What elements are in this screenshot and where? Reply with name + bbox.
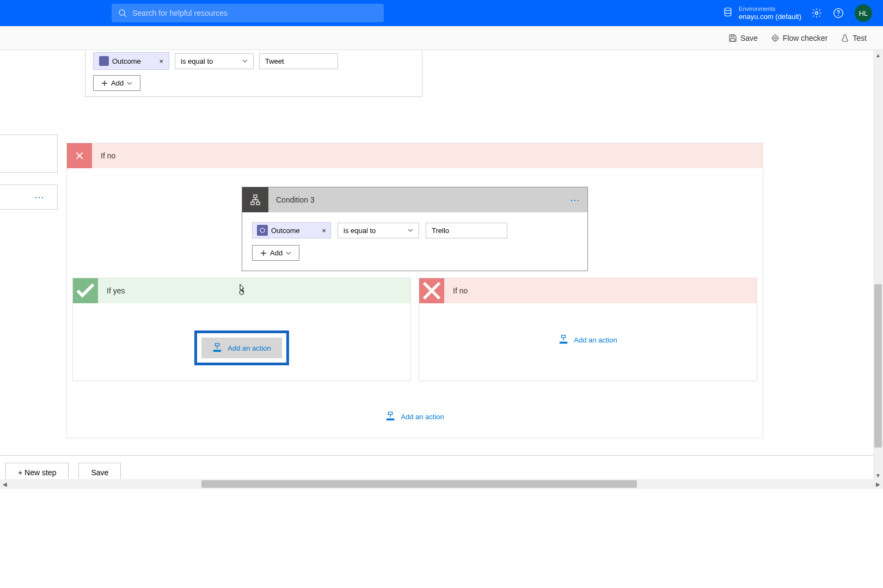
- add-action-icon: [385, 412, 395, 421]
- value-input-partial[interactable]: Tweet: [259, 53, 338, 69]
- scroll-left-arrow[interactable]: ◀: [0, 479, 10, 489]
- add-action-mid[interactable]: Add an action: [377, 407, 453, 426]
- chevron-down-icon: [242, 58, 248, 64]
- environment-icon: [722, 7, 733, 20]
- svg-rect-14: [216, 344, 219, 346]
- environment-label: Environments: [739, 5, 801, 13]
- plus-icon: [101, 80, 108, 87]
- add-label: Add: [111, 79, 124, 87]
- if-yes-title: If yes: [98, 278, 410, 303]
- condition-3-card: Condition 3 ⋯ Outcome × is equal to: [242, 187, 588, 271]
- if-no-branch-title: If no: [444, 278, 757, 303]
- add-action-label: Add an action: [228, 344, 271, 352]
- add-action-highlight: Add an action: [194, 330, 289, 365]
- environment-text: Environments enayu.com (default): [739, 5, 801, 21]
- chevron-down-icon: [286, 250, 291, 256]
- environment-name: enayu.com (default): [739, 13, 801, 21]
- add-action-label: Add an action: [401, 413, 444, 421]
- x-icon: [67, 143, 92, 168]
- condition-3-title: Condition 3: [268, 195, 570, 204]
- flow-checker-label: Flow checker: [783, 34, 827, 42]
- save-label: Save: [740, 34, 758, 42]
- svg-point-8: [772, 35, 778, 41]
- left-partial: ⋯: [0, 134, 58, 210]
- if-no-branch: If no Add an action: [419, 278, 757, 381]
- flow-checker-icon: [771, 34, 780, 42]
- svg-point-3: [815, 12, 818, 15]
- token-remove-icon[interactable]: ×: [159, 57, 163, 65]
- scroll-thumb[interactable]: [874, 284, 882, 448]
- flow-checker-button[interactable]: Flow checker: [771, 34, 827, 42]
- left-partial-card[interactable]: ⋯: [0, 185, 58, 210]
- topbar: Environments enayu.com (default) HL: [0, 0, 883, 26]
- search-box[interactable]: [112, 4, 384, 22]
- add-label: Add: [270, 249, 283, 257]
- add-condition-button[interactable]: Add: [252, 245, 299, 261]
- environment-picker[interactable]: Environments enayu.com (default): [722, 5, 801, 21]
- mid-add-action-row: Add an action: [67, 393, 763, 438]
- left-partial-box: [0, 134, 58, 173]
- svg-rect-11: [251, 202, 254, 205]
- flow-canvas[interactable]: Outcome × is equal to Tweet Add ⋯ If no: [0, 50, 882, 588]
- if-no-branch-header[interactable]: If no: [419, 278, 757, 303]
- svg-point-5: [838, 15, 839, 16]
- add-action-label: Add an action: [574, 336, 617, 344]
- if-yes-header[interactable]: If yes: [73, 278, 410, 303]
- scroll-thumb-h[interactable]: [201, 480, 637, 488]
- operator-label: is equal to: [181, 57, 213, 65]
- condition-partial-card: Outcome × is equal to Tweet Add: [85, 50, 422, 97]
- operator-select[interactable]: is equal to: [338, 223, 419, 238]
- scroll-right-arrow[interactable]: ▶: [873, 479, 883, 489]
- test-label: Test: [853, 34, 867, 42]
- if-no-container: If no Condition 3 ⋯ Outcome × is equal t: [66, 143, 763, 438]
- condition-3-branches: If yes Add an action If no: [67, 271, 763, 393]
- svg-point-2: [725, 8, 731, 11]
- svg-line-1: [124, 15, 126, 17]
- operator-label: is equal to: [344, 226, 376, 235]
- canvas-outer: Outcome × is equal to Tweet Add ⋯ If no: [0, 50, 883, 588]
- search-input[interactable]: [132, 9, 377, 17]
- check-icon: [73, 278, 98, 303]
- chevron-down-icon: [408, 228, 413, 233]
- svg-rect-16: [562, 335, 566, 338]
- svg-rect-7: [731, 39, 735, 41]
- operator-select-partial[interactable]: is equal to: [175, 53, 254, 69]
- svg-rect-10: [254, 195, 257, 198]
- svg-point-13: [260, 228, 265, 232]
- help-icon[interactable]: [833, 8, 844, 19]
- add-action-yes[interactable]: Add an action: [201, 338, 282, 358]
- topbar-icons: HL: [811, 4, 872, 22]
- search-icon: [118, 9, 127, 17]
- horizontal-scrollbar[interactable]: ◀ ▶: [0, 479, 883, 489]
- save-icon: [728, 34, 737, 42]
- token-remove-icon[interactable]: ×: [322, 226, 326, 235]
- vertical-scrollbar[interactable]: ▲ ▼: [873, 50, 883, 480]
- plus-icon: [260, 250, 267, 256]
- chevron-down-icon: [127, 81, 132, 86]
- x-icon: [419, 278, 444, 303]
- if-yes-branch: If yes Add an action: [72, 278, 411, 381]
- if-no-header[interactable]: If no: [67, 143, 763, 168]
- toolbar: Save Flow checker Test: [0, 26, 883, 50]
- svg-rect-6: [731, 35, 734, 37]
- svg-point-0: [119, 10, 125, 15]
- add-action-no[interactable]: Add an action: [550, 330, 626, 349]
- if-no-title: If no: [92, 143, 763, 168]
- value-input[interactable]: [426, 223, 507, 238]
- add-action-icon: [559, 335, 568, 345]
- test-button[interactable]: Test: [841, 34, 867, 42]
- test-icon: [841, 34, 849, 42]
- scroll-up-arrow[interactable]: ▲: [873, 50, 883, 60]
- outcome-token-partial[interactable]: Outcome ×: [93, 52, 169, 70]
- gear-icon[interactable]: [811, 8, 822, 19]
- svg-point-9: [774, 37, 776, 39]
- svg-rect-18: [389, 412, 393, 415]
- avatar[interactable]: HL: [855, 4, 872, 22]
- svg-rect-15: [213, 350, 221, 352]
- add-condition-button-partial[interactable]: Add: [93, 75, 140, 91]
- save-button[interactable]: Save: [728, 34, 758, 42]
- outcome-token[interactable]: Outcome ×: [252, 222, 331, 238]
- condition-3-menu[interactable]: ⋯: [570, 194, 581, 206]
- condition-icon: [242, 187, 268, 212]
- condition-3-header[interactable]: Condition 3 ⋯: [242, 187, 587, 212]
